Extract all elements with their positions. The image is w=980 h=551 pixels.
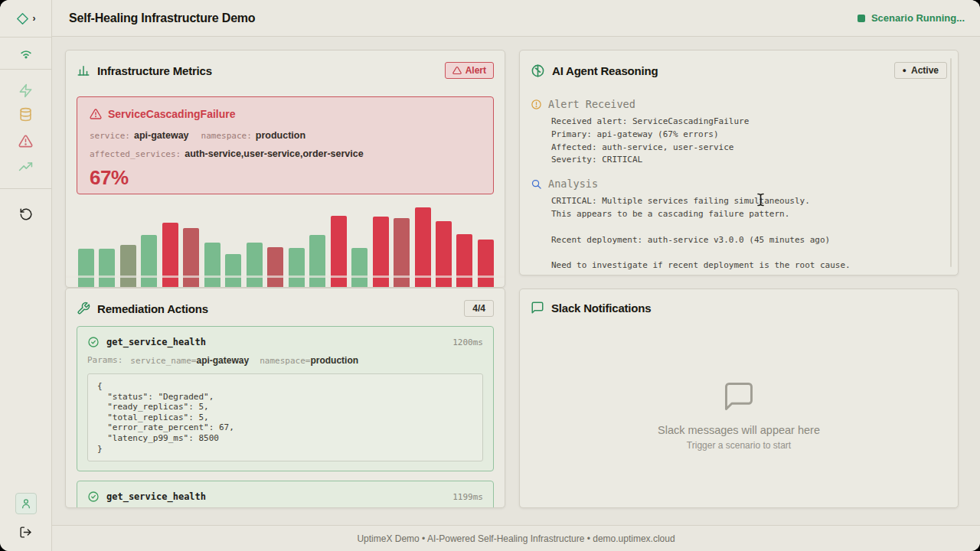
alert-badge[interactable]: Alert [445,62,494,79]
text-line: Primary: api-gateway (67% errors) [551,129,942,142]
active-badge-label: Active [911,65,939,76]
text-line: CRITICAL: Multiple services failing simu… [551,195,942,208]
reasoning-section-analysis: Analysis CRITICAL: Multiple services fai… [531,178,942,272]
reasoning-panel-title: AI Agent Reasoning [552,64,658,77]
chart-bar [456,234,472,287]
divider [0,188,51,189]
chart-baseline [66,276,505,278]
logout-icon [19,526,32,539]
chart-bar [183,228,199,287]
ai-agent-reasoning-panel: AI Agent Reasoning ●Active Alert Receive… [519,50,959,276]
sidebar-item-scenarios[interactable] [0,81,51,99]
action-duration: 1199ms [452,492,483,502]
sidebar: › [0,0,52,551]
alert-badge-label: Alert [466,65,486,76]
sidebar-item-metrics[interactable] [0,158,51,176]
action-params: Params: service_name=api-gatewaynamespac… [87,355,483,366]
check-circle-icon [87,336,100,348]
wrench-icon [77,302,90,315]
sidebar-item-alerts[interactable] [0,132,51,150]
sidebar-item-profile[interactable] [15,493,37,514]
action-card: get_service_health 1200ms Params: servic… [77,326,494,471]
param-pair: namespace=production [260,355,358,366]
sidebar-item-network[interactable] [0,37,51,69]
slack-notifications-panel: Slack Notifications Slack messages will … [519,289,959,508]
slack-panel-title: Slack Notifications [551,302,651,315]
page-title: Self-Healing Infrastructure Demo [69,11,255,25]
active-alert-card: ServiceCascadingFailure service:api-gate… [77,96,494,194]
text-line: "ready_replicas": 5, [97,402,473,412]
chart-bar [78,249,94,287]
chart-bar [478,240,494,287]
logo-diamond-icon [16,12,29,25]
alert-triangle-icon [18,134,33,148]
reasoning-log: Alert Received Received alert: ServiceCa… [531,98,942,276]
param-pair: service_name=api-gateway [130,355,249,366]
sidebar-item-services[interactable] [0,105,51,123]
action-result-json: { "status": "Degraded", "ready_replicas"… [87,373,483,461]
dot-icon: ● [903,67,906,74]
check-circle-icon [87,491,100,503]
affected-services-value: auth-service,user-service,order-service [185,148,363,159]
app-logo[interactable]: › [0,0,51,37]
section-heading: Alert Received [548,98,635,110]
section-heading: Analysis [548,178,598,190]
bar-chart-icon [77,64,90,77]
app-window: › Self-Healing Infrastruct [0,0,980,551]
text-line [551,246,942,259]
slack-empty-subtitle: Trigger a scenario to start [687,440,791,451]
slack-empty-title: Slack messages will appear here [658,424,820,436]
scenario-status-label: Scenario Running... [871,12,965,24]
main-content: Infrastructure Metrics Alert ServiceCasc… [52,37,980,525]
text-line: Affected: auth-service, user-service [551,142,942,155]
chart-bar [141,235,157,287]
trending-up-icon [18,160,33,174]
brain-icon [531,64,545,78]
chart-bar [204,243,220,287]
chart-bar [267,247,283,287]
sidebar-item-reset[interactable] [0,205,51,223]
text-line [551,221,942,234]
scrollbar[interactable] [950,58,952,267]
remediation-panel-title: Remediation Actions [97,302,208,315]
params-label: Params: [87,355,122,366]
service-value: api-gateway [134,130,189,141]
refresh-icon [19,207,33,221]
text-line: This appears to be a cascading failure p… [551,208,942,221]
text-line: "error_rate_percent": 67, [97,422,473,433]
text-line: Need to investigate if recent deployment… [551,259,942,272]
namespace-label: namespace: [201,131,252,141]
action-card: get_service_health 1199ms Params: servic… [77,481,494,508]
chart-bar [99,249,115,287]
error-rate-value: 67% [90,166,481,190]
chart-bar [289,248,305,287]
text-line: Recent deployment: auth-service v3.0.0 (… [551,234,942,247]
message-square-icon [721,380,756,413]
text-line: Received alert: ServiceCascadingFailure [551,116,942,129]
service-label: service: [90,131,130,141]
text-line: "latency_p99_ms": 8500 [97,433,473,444]
alert-triangle-icon [90,108,102,120]
scenario-status: Scenario Running... [858,12,965,24]
user-icon [20,497,32,510]
footer: UptimeX Demo • AI-Powered Self-Healing I… [52,525,980,551]
text-cursor-ibeam [756,193,765,207]
metrics-panel-title: Infrastructure Metrics [97,64,212,77]
alert-circle-icon [531,99,542,110]
action-name: get_service_health [106,337,206,347]
chart-bar [247,243,263,287]
zap-icon [18,83,33,98]
chart-bar [351,248,368,287]
action-duration: 1200ms [452,337,483,347]
footer-text: UptimeX Demo • AI-Powered Self-Healing I… [357,533,675,544]
actions-count-badge: 4/4 [464,300,494,317]
message-square-icon [531,301,544,315]
alert-name: ServiceCascadingFailure [108,108,236,120]
search-icon [531,178,542,190]
topbar: Self-Healing Infrastructure Demo Scenari… [52,0,980,37]
active-badge: ●Active [894,62,947,79]
status-square-icon [858,15,865,22]
action-name: get_service_health [106,491,206,502]
chevron-right-icon: › [33,13,36,24]
sidebar-item-logout[interactable] [0,523,51,540]
